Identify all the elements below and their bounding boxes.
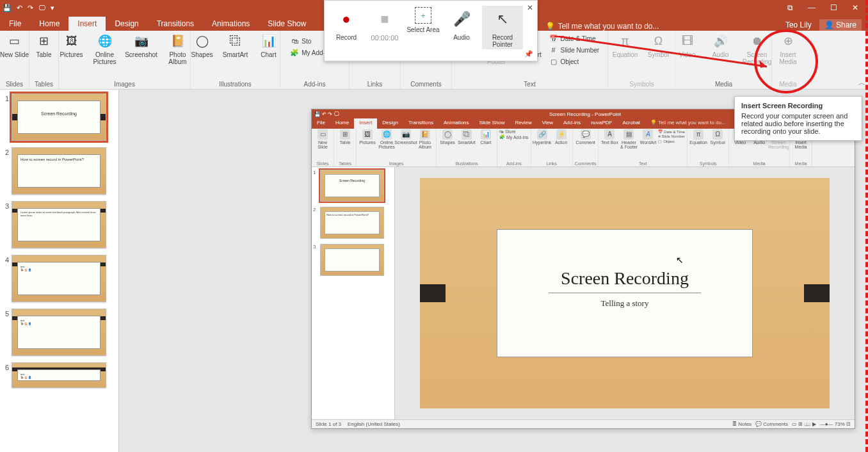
group-comments-label: Comments [405,81,447,89]
inner-slide-canvas[interactable]: Screen Recording Telling a story ↖ [395,167,855,419]
share-button[interactable]: 👤 Share [819,19,862,31]
group-text-label: Text [456,81,604,89]
view-buttons[interactable]: ▭ ⊞ 📖 ▶ [792,421,816,427]
group-tables-label: Tables [33,81,54,89]
inner-tab-insert[interactable]: Insert [354,118,377,129]
smartart-icon: ⿻ [227,33,244,50]
slide-thumbnail-4[interactable]: text🦆 🏠 👤 [12,255,106,302]
tab-slide-show[interactable]: Slide Show [259,17,315,31]
rec-close-icon[interactable]: ✕ [527,3,533,12]
new-slide-button[interactable]: ▭New Slide [0,33,30,58]
slide-thumbnail-1[interactable]: Screen Recording [12,93,106,141]
inner-tab-animations[interactable]: Animations [438,118,474,129]
equation-icon: π [617,33,634,50]
stop-icon: ■ [373,7,397,31]
slide-counter: Slide 1 of 3 [316,421,341,427]
group-media2-label: Media [776,81,800,89]
tab-insert[interactable]: Insert [68,17,106,31]
tab-animations[interactable]: Animations [203,17,259,31]
inner-tab-slideshow[interactable]: Slide Show [474,118,510,129]
slide-editor-area: 💾 ↶ ↷ 🖵Screen Recording - PowerPoint⧉ — … [119,90,868,452]
thumb-num: 4 [3,255,9,264]
smartart-button[interactable]: ⿻SmartArt [220,33,251,58]
tab-transitions[interactable]: Transitions [148,17,203,31]
thumb-num: 6 [3,362,9,371]
group-links-label: Links [353,81,396,89]
undo-icon[interactable]: ↶ [17,4,22,12]
insert-media-button[interactable]: ⊕Insert Media [773,33,803,65]
equation-button[interactable]: πEquation [610,33,641,58]
table-button[interactable]: ⊞Table [29,33,60,58]
chart-icon: 📊 [261,33,277,50]
inner-tab-file[interactable]: File [312,118,330,129]
start-from-beginning-icon[interactable]: 🖵 [38,4,45,12]
object-button[interactable]: ▢Object [548,56,612,67]
my-addins-icon: 🧩 [290,48,299,57]
slide-thumbnail-6[interactable]: text🦆 🏠 👤 [12,362,106,388]
inner-tab-home[interactable]: Home [330,118,354,129]
mouse-cursor-icon: ↖ [676,255,684,265]
chart-button[interactable]: 📊Chart [253,33,284,58]
online-pictures-button[interactable]: 🌐Online Pictures [90,33,120,65]
shapes-button[interactable]: ◯Shapes [187,33,218,58]
video-button[interactable]: 🎞Video [672,33,703,58]
minimize-button[interactable]: — [801,1,822,14]
inner-thumb-1[interactable]: Screen Recording [320,170,384,202]
slide-thumbnail-3[interactable]: Lorem ipsum dolor sit amet text block pa… [12,201,106,248]
date-time-icon: 📅 [549,34,558,43]
slide-thumbnail-2[interactable]: How to screen record in PowerPoint? [12,147,106,195]
ribbon-display-options-icon[interactable]: ⧉ [780,1,800,14]
date-time-button[interactable]: 📅Date & Time [548,33,612,44]
tab-file[interactable]: File [0,17,30,31]
window-controls: ⧉ — ☐ ✕ [780,1,865,14]
collapse-ribbon-icon[interactable]: ︿ [858,78,865,88]
close-button[interactable]: ✕ [845,1,865,14]
group-addins-label: Add-ins [284,81,345,89]
pictures-button[interactable]: 🖼Pictures [56,33,87,58]
audio-toggle-button[interactable]: 🎤Audio [444,6,479,42]
audio-button[interactable]: 🔊Audio [705,33,736,58]
notes-toggle[interactable]: ≣ Notes [732,421,751,427]
thumb-num: 1 [3,93,9,102]
redo-icon[interactable]: ↷ [28,4,33,12]
tab-design[interactable]: Design [106,17,147,31]
group-symbols-label: Symbols [612,81,671,89]
group-images-label: Images [63,81,186,89]
insert-media-icon: ⊕ [780,33,796,50]
rec-timer: 00:00:00 [371,34,399,42]
record-pointer-button[interactable]: ↖Record Pointer [482,6,523,49]
screenshot-button[interactable]: 📷Screenshot [123,33,160,58]
customize-qat-icon[interactable]: ▾ [51,4,54,12]
inner-tab-novapdf[interactable]: novaPDF [586,118,617,129]
record-button[interactable]: ●Record [328,6,364,42]
video-icon: 🎞 [679,33,696,50]
tell-me-search[interactable]: 💡 Tell me what you want to do... [545,22,659,31]
symbol-button[interactable]: ΩSymbol [643,33,674,58]
language-indicator[interactable]: English (United States) [348,421,400,427]
slide-thumbnail-pane[interactable]: 1 Screen Recording 2 How to screen recor… [0,90,119,452]
rec-pin-icon[interactable]: 📌 [524,50,533,58]
comments-toggle[interactable]: 💬 Comments [755,421,788,427]
save-icon[interactable]: 💾 [3,4,12,12]
user-name[interactable]: Teo Lily [785,20,812,29]
inner-tab-review[interactable]: Review [510,118,537,129]
inner-thumbnail-pane[interactable]: 1Screen Recording 2How to screen record … [312,167,395,419]
inner-tab-transitions[interactable]: Transitions [403,118,438,129]
inner-thumb-3[interactable] [320,244,384,276]
group-illustrations-label: Illustrations [195,81,276,89]
slide-number-button[interactable]: #Slide Number [548,45,612,55]
current-slide: Screen Recording Telling a story ↖ [420,178,830,408]
record-icon: ● [334,7,358,31]
select-area-button[interactable]: ＋Select Area [405,6,441,35]
slide-thumbnail-5[interactable]: text🦆 🏠 👤 [12,309,106,356]
pictures-icon: 🖼 [63,33,80,50]
screen-recording-button[interactable]: ⏺Screen Recording [739,33,776,65]
zoom-slider[interactable]: —●— 73% ⊡ [820,421,851,427]
inner-tab-design[interactable]: Design [377,118,403,129]
inner-tab-addins[interactable]: Add-ins [558,118,586,129]
inner-tab-acrobat[interactable]: Acrobat [618,118,646,129]
tab-home[interactable]: Home [30,17,68,31]
inner-thumb-2[interactable]: How to screen record in PowerPoint? [320,207,384,239]
inner-tab-view[interactable]: View [537,118,558,129]
maximize-button[interactable]: ☐ [823,1,844,14]
